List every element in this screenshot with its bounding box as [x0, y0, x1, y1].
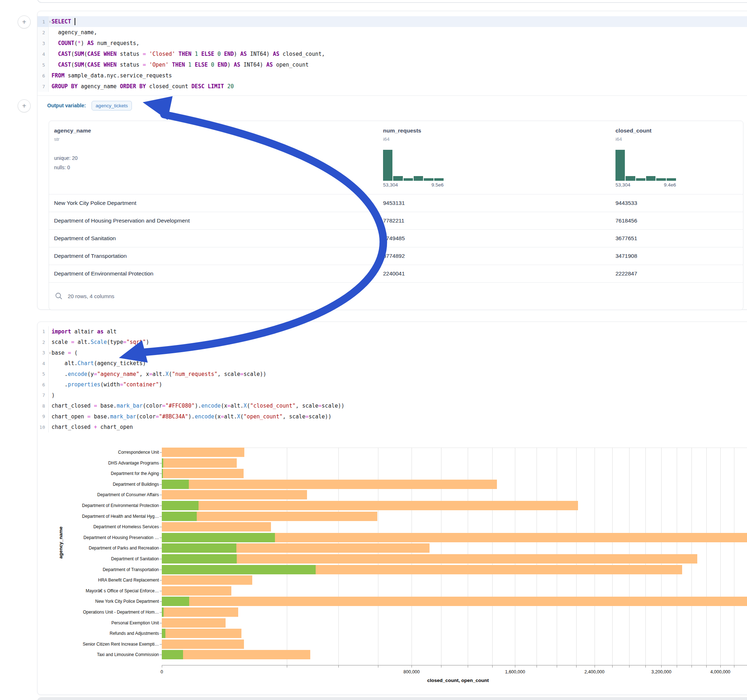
add-cell-button-output[interactable]: +: [18, 100, 31, 112]
gridline: [537, 448, 537, 665]
code-text: .properties(width="container"): [48, 381, 162, 388]
gridline: [706, 448, 707, 665]
x-axis-title: closed_count, open_count: [427, 678, 488, 683]
code-line[interactable]: 1∨SELECT: [38, 16, 747, 27]
x-axis-tick: [734, 665, 734, 668]
x-axis-tick-label: 800,000: [404, 669, 420, 674]
y-axis-tick: [160, 527, 162, 527]
code-line[interactable]: 8chart_closed = base.mark_bar(color="#FF…: [38, 401, 747, 412]
histogram-bar: [626, 176, 635, 181]
line-number: 1: [38, 326, 48, 337]
code-line[interactable]: 5 .encode(y="agency_name", x=alt.X("num_…: [38, 369, 747, 380]
y-axis-label: Operations Unit - Department of Hom…: [83, 609, 159, 615]
y-axis-tick: [160, 548, 162, 548]
x-axis-tick: [492, 665, 493, 668]
histogram-bar: [646, 176, 655, 181]
x-axis-tick-label: 3,200,000: [652, 669, 672, 674]
code-text: base = (: [48, 350, 77, 356]
fold-caret-icon[interactable]: ∨: [49, 20, 51, 23]
bar-closed: [162, 469, 243, 478]
code-line[interactable]: 9chart_open = base.mark_bar(color="#8BC3…: [38, 411, 747, 422]
code-text: chart_closed = base.mark_bar(color="#FFC…: [48, 403, 345, 409]
column-name: num_requests: [383, 127, 611, 134]
y-axis-tick: [160, 623, 162, 623]
table-row: Department of Housing Preservation and D…: [49, 212, 743, 229]
x-axis-tick: [594, 665, 595, 668]
gridline: [661, 448, 662, 665]
table-cell: 2222847: [611, 270, 743, 277]
gridline: [441, 448, 442, 665]
code-text: CAST(SUM(CASE WHEN status = 'Open' THEN …: [48, 62, 308, 68]
y-axis-label: Department of Consumer Affairs: [97, 492, 159, 497]
y-axis-label: Department for the Aging: [111, 471, 159, 476]
bar-closed: [162, 650, 310, 659]
code-line[interactable]: 3∨base = (: [38, 347, 747, 358]
line-number: 8: [38, 401, 48, 412]
bar-closed: [162, 490, 307, 499]
code-line[interactable]: 7): [38, 390, 747, 401]
table-row: Department of Transportation377489234719…: [49, 247, 743, 265]
plot-border: [162, 448, 747, 448]
y-axis-label: Department of Environmental Protection: [82, 503, 159, 508]
sql-editor[interactable]: 1∨SELECT 2 agency_name,3 COUNT(*) AS num…: [38, 11, 747, 96]
gridline: [492, 448, 493, 665]
code-line[interactable]: 6 .properties(width="container"): [38, 380, 747, 390]
fold-caret-icon[interactable]: ∨: [49, 351, 51, 355]
histogram-bar: [383, 150, 392, 181]
x-axis-tick: [515, 665, 515, 668]
x-axis-tick: [661, 665, 662, 668]
bar-closed: [162, 543, 429, 553]
bar-open: [162, 501, 198, 510]
column-header[interactable]: num_requestsi6453,3049.5e6: [378, 121, 611, 194]
y-axis-tick: [160, 644, 162, 644]
table-cell: Department of Housing Preservation and D…: [49, 217, 378, 224]
bar-open: [162, 533, 275, 542]
previous-cell-edge: [37, 0, 747, 3]
column-name: closed_count: [615, 127, 743, 134]
code-text: SELECT: [48, 18, 75, 25]
x-axis-tick: [720, 665, 721, 668]
column-name: agency_name: [54, 127, 378, 134]
x-axis-tick: [441, 665, 442, 668]
y-axis-tick: [160, 463, 162, 463]
code-line[interactable]: 2 agency_name,: [38, 27, 747, 38]
plus-icon: +: [22, 102, 26, 109]
code-line[interactable]: 6FROM sample_data.nyc.service_requests: [38, 70, 747, 81]
histogram-bar: [636, 178, 646, 181]
x-axis-tick-label: 2,400,000: [584, 669, 605, 674]
code-line[interactable]: 1import altair as alt: [38, 326, 747, 337]
bar-closed: [162, 597, 747, 606]
y-axis-tick: [160, 516, 162, 517]
python-editor[interactable]: 1import altair as alt2scale = alt.Scale(…: [38, 322, 747, 433]
code-line[interactable]: 5 CAST(SUM(CASE WHEN status = 'Open' THE…: [38, 59, 747, 70]
y-axis-tick: [160, 538, 162, 538]
output-variable-chip[interactable]: agency_tickets: [92, 101, 132, 110]
line-number: 3: [38, 347, 48, 358]
gridline: [691, 448, 692, 665]
result-table: agency_namestrunique: 20nulls: 0num_requ…: [48, 121, 743, 310]
python-cell-card: 1import altair as alt2scale = alt.Scale(…: [37, 321, 747, 695]
code-line[interactable]: 4 CAST(SUM(CASE WHEN status = 'Closed' T…: [38, 48, 747, 59]
code-text: .encode(y="agency_name", x=alt.X("num_re…: [48, 371, 266, 377]
code-line[interactable]: 4 alt.Chart(agency_tickets): [38, 358, 747, 369]
column-header[interactable]: agency_namestrunique: 20nulls: 0: [49, 121, 378, 194]
add-cell-button-top[interactable]: +: [18, 15, 31, 29]
bar-closed: [162, 586, 231, 596]
histogram-bar: [414, 176, 423, 181]
plus-icon: +: [22, 18, 26, 26]
code-line[interactable]: 10chart_closed + chart_open: [38, 422, 747, 433]
column-header[interactable]: closed_counti6453,3049.4e6: [611, 121, 743, 194]
code-text: ): [48, 392, 55, 398]
bar-open: [162, 480, 189, 489]
code-line[interactable]: 7GROUP BY agency_name ORDER BY closed_co…: [38, 81, 747, 92]
y-axis-tick: [160, 452, 162, 453]
histogram-min-label: 53,304: [615, 182, 630, 188]
code-line[interactable]: 2scale = alt.Scale(type="sqrt"): [38, 337, 747, 348]
y-axis-label: Department of Parks and Recreation: [89, 546, 159, 551]
bar-closed: [162, 522, 271, 531]
code-text: CAST(SUM(CASE WHEN status = 'Closed' THE…: [48, 51, 325, 57]
y-axis-tick: [160, 570, 162, 570]
code-line[interactable]: 3 COUNT(*) AS num_requests,: [38, 38, 747, 48]
search-icon[interactable]: [55, 292, 63, 300]
text-cursor: [75, 18, 75, 25]
